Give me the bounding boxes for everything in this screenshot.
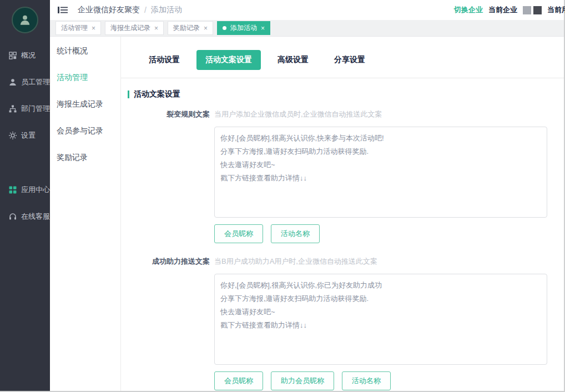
- field-label: 裂变规则文案: [121, 108, 210, 243]
- close-icon[interactable]: ×: [261, 25, 265, 32]
- current-user-label: 当前用户: [547, 5, 565, 15]
- tab-activity-settings[interactable]: 活动设置: [140, 50, 189, 70]
- submenu-item-poster-records[interactable]: 海报生成记录: [50, 91, 120, 118]
- main-panel: 活动设置 活动文案设置 高级设置 分享设置 活动文案设置 裂变规则文案 当用户添…: [121, 37, 564, 391]
- sidebar-item-label: 部门管理: [21, 104, 50, 114]
- tab-advanced-settings[interactable]: 高级设置: [269, 50, 317, 70]
- tab-share-settings[interactable]: 分享设置: [325, 50, 374, 70]
- field-hint: 当B用户成功助力A用户时,企业微信自动推送此文案: [214, 255, 547, 267]
- breadcrumb-current: 添加活动: [151, 5, 182, 15]
- insert-activity-name-button[interactable]: 活动名称: [342, 371, 391, 390]
- insert-assist-member-nickname-button[interactable]: 助力会员昵称: [271, 371, 334, 390]
- primary-nav: 概况 员工管理 部门管理 设置: [0, 42, 50, 230]
- sidebar-item-settings[interactable]: 设置: [0, 122, 50, 149]
- submenu-item-activity-management[interactable]: 活动管理: [50, 64, 120, 91]
- fission-copy-field: 裂变规则文案 当用户添加企业微信成员时,企业微信自动推送此文案 你好,[会员昵称…: [121, 108, 564, 243]
- section-accent-bar: [128, 91, 129, 98]
- tab-chip-add-activity[interactable]: 添加活动 ×: [217, 21, 270, 35]
- close-icon[interactable]: ×: [154, 25, 158, 32]
- submenu-item-member-participation[interactable]: 会员参与记录: [50, 118, 120, 144]
- org-chart-icon: [8, 105, 17, 113]
- sidebar-item-app-center[interactable]: 应用中心: [0, 177, 50, 203]
- sidebar-item-label: 在线客服: [21, 212, 50, 222]
- close-icon[interactable]: ×: [92, 25, 95, 32]
- top-bar: 企业微信好友聚变 / 添加活动 切换企业 当前企业 当前用户: [50, 0, 564, 20]
- token-buttons: 会员昵称 助力会员昵称 活动名称: [214, 371, 547, 390]
- tabs-divider: [121, 78, 564, 78]
- collapse-menu-icon[interactable]: [58, 6, 68, 14]
- company-logo-alt: [533, 6, 542, 14]
- submenu-item-statistics[interactable]: 统计概况: [50, 38, 120, 64]
- sidebar-item-label: 员工管理: [21, 77, 50, 87]
- sidebar-item-overview[interactable]: 概况: [0, 42, 50, 69]
- tab-chip-reward-records[interactable]: 奖励记录 ×: [168, 21, 213, 35]
- sidebar-item-departments[interactable]: 部门管理: [0, 96, 50, 122]
- breadcrumb: 企业微信好友聚变 / 添加活动: [78, 5, 182, 15]
- tab-chip-label: 活动管理: [61, 23, 88, 33]
- app-logo[interactable]: [12, 7, 38, 33]
- user-icon: [8, 78, 17, 87]
- fission-copy-textarea[interactable]: 你好,[会员昵称],很高兴认识你,快来参与本次活动吧! 分享下方海报,邀请好友扫…: [214, 127, 547, 218]
- settings-tabs: 活动设置 活动文案设置 高级设置 分享设置: [140, 50, 564, 70]
- tab-copy-settings[interactable]: 活动文案设置: [196, 50, 261, 70]
- gear-icon: [8, 132, 17, 140]
- section-title: 活动文案设置: [134, 89, 180, 99]
- primary-sidebar: 概况 员工管理 部门管理 设置: [0, 0, 50, 391]
- assist-copy-textarea[interactable]: 你好,[会员昵称],很高兴认识你,你已为好友助力成功 分享下方海报,邀请好友扫码…: [214, 274, 547, 365]
- tab-chip-label: 奖励记录: [173, 23, 200, 33]
- dashboard-icon: [8, 52, 17, 60]
- breadcrumb-root[interactable]: 企业微信好友聚变: [78, 5, 140, 15]
- headset-icon: [8, 213, 17, 221]
- active-dot: [223, 26, 226, 30]
- assist-copy-field: 成功助力推送文案 当B用户成功助力A用户时,企业微信自动推送此文案 你好,[会员…: [121, 255, 564, 390]
- breadcrumb-separator: /: [144, 6, 147, 14]
- section-header: 活动文案设置: [128, 89, 564, 99]
- tab-chip-label: 海报生成记录: [110, 23, 150, 33]
- insert-member-nickname-button[interactable]: 会员昵称: [214, 224, 263, 243]
- open-tabs-bar: 活动管理 × 海报生成记录 × 奖励记录 × 添加活动 ×: [50, 20, 564, 37]
- current-company-label: 当前企业: [488, 5, 517, 15]
- insert-member-nickname-button[interactable]: 会员昵称: [214, 371, 263, 390]
- tab-chip-label: 添加活动: [230, 23, 257, 33]
- token-buttons: 会员昵称 活动名称: [214, 224, 547, 243]
- tab-chip-poster-records[interactable]: 海报生成记录 ×: [105, 21, 164, 35]
- sidebar-item-label: 设置: [21, 130, 36, 140]
- company-logo: [523, 6, 531, 14]
- field-hint: 当用户添加企业微信成员时,企业微信自动推送此文案: [214, 108, 547, 119]
- secondary-menu: 统计概况 活动管理 海报生成记录 会员参与记录 奖励记录: [50, 37, 121, 391]
- insert-activity-name-button[interactable]: 活动名称: [271, 224, 320, 243]
- apps-grid-icon: [8, 186, 17, 194]
- sidebar-item-online-service[interactable]: 在线客服: [0, 203, 50, 230]
- close-icon[interactable]: ×: [204, 25, 208, 32]
- sidebar-item-label: 概况: [21, 51, 36, 61]
- app-window: 概况 员工管理 部门管理 设置: [0, 0, 565, 392]
- tab-chip-activity-management[interactable]: 活动管理 ×: [56, 21, 101, 35]
- sidebar-item-employees[interactable]: 员工管理: [0, 69, 50, 96]
- field-label: 成功助力推送文案: [121, 255, 210, 390]
- sidebar-item-label: 应用中心: [21, 185, 50, 195]
- submenu-item-reward-records[interactable]: 奖励记录: [50, 144, 120, 171]
- logo-figure-icon: [18, 13, 32, 27]
- switch-company-link[interactable]: 切换企业: [454, 5, 483, 15]
- topbar-right: 切换企业 当前企业 当前用户: [454, 5, 559, 15]
